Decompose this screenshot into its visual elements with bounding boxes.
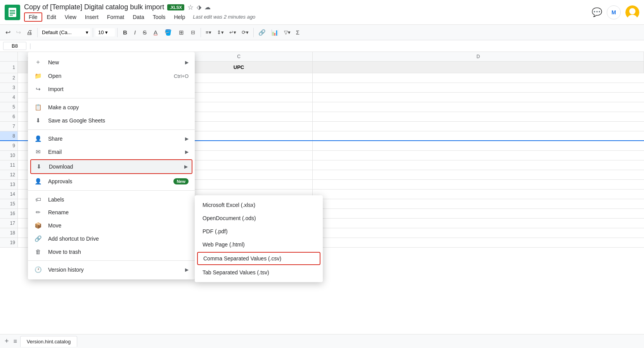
share-icon: 👤 <box>34 135 42 142</box>
file-menu-share[interactable]: 👤 Share ▶ <box>28 132 195 145</box>
menu-edit[interactable]: Edit <box>43 12 60 22</box>
file-menu-make-copy[interactable]: 📋 Make a copy <box>28 101 195 114</box>
function-button[interactable]: Σ <box>294 28 302 37</box>
file-menu-email[interactable]: ✉ Email ▶ <box>28 145 195 158</box>
folder-icon[interactable]: ⬗ <box>197 3 201 11</box>
text-color-button[interactable]: A <box>151 28 161 37</box>
rename-icon: ✏ <box>34 209 42 216</box>
cell-d6[interactable] <box>313 112 644 121</box>
cell-d4[interactable] <box>313 93 644 102</box>
font-selector[interactable]: Default (Ca... ▾ <box>40 28 90 36</box>
copy-icon: 📋 <box>34 104 42 111</box>
menu-view[interactable]: View <box>61 12 80 22</box>
font-chevron-icon: ▾ <box>86 29 88 35</box>
meet-button[interactable]: M <box>607 5 621 19</box>
menu-data[interactable]: Data <box>129 12 148 22</box>
formula-input[interactable] <box>34 43 641 49</box>
sheet-tab-catalog[interactable]: Version.hint.catalog <box>20 336 77 347</box>
cell-d2[interactable] <box>313 73 644 83</box>
undo-button[interactable]: ↩ <box>3 27 13 38</box>
borders-button[interactable]: ⊞ <box>176 28 187 38</box>
download-tsv[interactable]: Tab Separated Values (.tsv) <box>195 266 323 279</box>
file-menu-open[interactable]: 📁 Open Ctrl+O <box>28 69 195 83</box>
menu-insert[interactable]: Insert <box>81 12 102 22</box>
file-menu-import[interactable]: ↪ Import <box>28 83 195 96</box>
last-edit-text: Last edit was 2 minutes ago <box>193 14 255 20</box>
align-button[interactable]: ≡▾ <box>203 28 214 37</box>
fill-color-button[interactable]: 🪣 <box>161 28 175 38</box>
trash-icon: 🗑 <box>34 248 42 255</box>
menu-file[interactable]: File <box>24 12 42 22</box>
col-header-d[interactable]: D <box>313 52 644 61</box>
comment-button[interactable]: 💬 <box>592 7 602 17</box>
redo-button[interactable]: ↪ <box>14 27 23 38</box>
file-menu-dropdown: ＋ New ▶ 📁 Open Ctrl+O ↪ Import 📋 Make a … <box>28 52 195 279</box>
rename-label: Rename <box>48 209 189 215</box>
download-label: Download <box>49 164 178 170</box>
cell-d8[interactable] <box>313 131 644 140</box>
download-xlsx[interactable]: Microsoft Excel (.xlsx) <box>195 198 323 212</box>
cell-d1[interactable] <box>313 62 644 73</box>
email-label: Email <box>48 149 179 155</box>
font-size-selector[interactable]: 10 ▾ <box>95 28 115 36</box>
file-menu-new[interactable]: ＋ New ▶ <box>28 55 195 69</box>
download-pdf[interactable]: PDF (.pdf) <box>195 225 323 238</box>
menu-format[interactable]: Format <box>103 12 128 22</box>
formula-bar: B8 | <box>0 40 644 52</box>
merge-button[interactable]: ⊟ <box>188 28 198 37</box>
menu-help[interactable]: Help <box>170 12 189 22</box>
svg-rect-4 <box>10 13 15 14</box>
italic-button[interactable]: I <box>131 28 139 37</box>
valign-button[interactable]: ⇕▾ <box>215 28 226 37</box>
svg-point-7 <box>629 8 635 14</box>
account-avatar[interactable] <box>625 5 639 19</box>
download-submenu: Microsoft Excel (.xlsx) OpenDocument (.o… <box>195 195 323 282</box>
formula-separator: | <box>29 43 31 50</box>
file-menu-shortcut[interactable]: 🔗 Add shortcut to Drive <box>28 232 195 245</box>
bold-button[interactable]: B <box>120 28 130 37</box>
filter-button[interactable]: ▽▾ <box>282 28 293 37</box>
file-menu-rename[interactable]: ✏ Rename <box>28 206 195 219</box>
add-sheet-button[interactable]: + <box>3 336 10 347</box>
rotate-button[interactable]: ⟳▾ <box>239 28 251 37</box>
open-shortcut: Ctrl+O <box>174 73 189 79</box>
link-button[interactable]: 🔗 <box>256 28 268 38</box>
share-arrow-icon: ▶ <box>185 136 189 141</box>
menu-divider-1 <box>28 98 195 98</box>
file-menu-labels[interactable]: 🏷 Labels <box>28 193 195 206</box>
download-icon: ⬇ <box>35 163 43 170</box>
xlsx-badge: .XLSX <box>167 4 184 10</box>
print-button[interactable]: 🖨 <box>24 28 35 38</box>
menu-tools[interactable]: Tools <box>149 12 170 22</box>
file-menu-download[interactable]: ⬇ Download ▶ <box>31 160 192 173</box>
open-label: Open <box>48 73 168 79</box>
cell-d7[interactable] <box>313 122 644 131</box>
cell-d3[interactable] <box>313 83 644 92</box>
sheet-menu-button[interactable]: ≡ <box>12 336 19 346</box>
chart-button[interactable]: 📊 <box>269 28 281 38</box>
cell-reference-box[interactable]: B8 <box>3 42 26 50</box>
trash-label: Move to trash <box>48 249 189 255</box>
download-html[interactable]: Web Page (.html) <box>195 238 323 251</box>
file-menu-trash[interactable]: 🗑 Move to trash <box>28 245 195 258</box>
cloud-icon[interactable]: ☁ <box>204 3 211 11</box>
new-label: New <box>48 59 179 65</box>
svg-rect-2 <box>10 10 15 11</box>
file-menu-version[interactable]: 🕐 Version history ▶ <box>28 263 195 276</box>
strikethrough-button[interactable]: S <box>140 28 150 37</box>
approvals-icon: 👤 <box>34 178 42 185</box>
approvals-new-badge: New <box>173 178 189 184</box>
title-bar: Copy of [Template] Digital catalog bulk … <box>0 0 644 25</box>
cell-d5[interactable] <box>313 102 644 112</box>
shortcut-label: Add shortcut to Drive <box>48 236 189 242</box>
file-menu-move[interactable]: 📦 Move <box>28 219 195 232</box>
shortcut-icon: 🔗 <box>34 235 42 242</box>
star-icon[interactable]: ☆ <box>187 3 194 12</box>
wrap-button[interactable]: ↵▾ <box>227 28 239 37</box>
file-menu-approvals[interactable]: 👤 Approvals New <box>28 175 195 188</box>
file-menu-save-sheets[interactable]: ⬇ Save as Google Sheets <box>28 114 195 127</box>
labels-label: Labels <box>48 196 189 203</box>
file-menu-download-wrapper: ⬇ Download ▶ <box>30 159 192 174</box>
download-ods[interactable]: OpenDocument (.ods) <box>195 212 323 225</box>
download-csv[interactable]: Comma Separated Values (.csv) <box>198 253 320 264</box>
